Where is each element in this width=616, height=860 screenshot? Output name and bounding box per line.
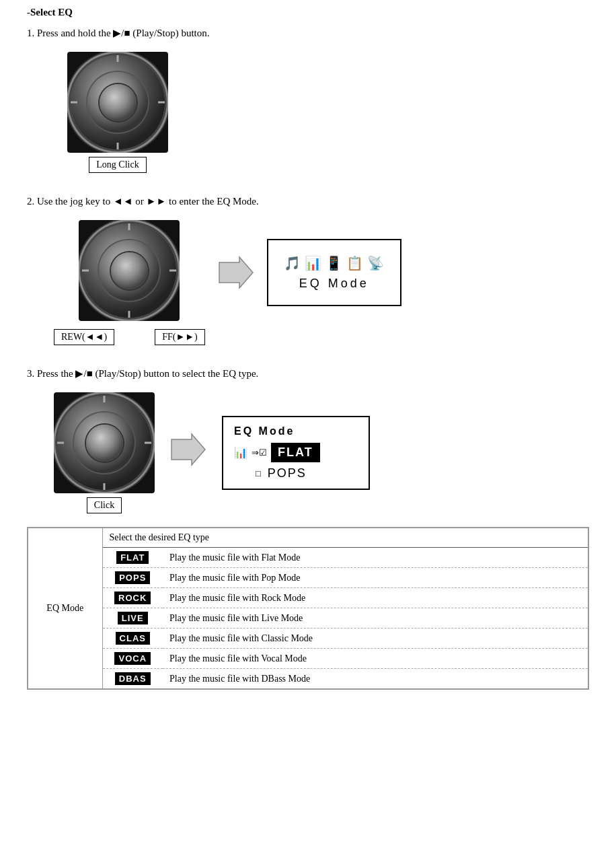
svg-marker-0 (219, 257, 253, 288)
eq-icon-1: 🎵 (284, 255, 301, 271)
step1-label: Long Click (89, 157, 146, 173)
jog-tick-top (117, 55, 119, 62)
step2-eq-icons: 🎵 📊 📱 📋 📡 (284, 255, 384, 271)
table-row: CLASPlay the music file with Classic Mod… (28, 629, 588, 649)
step3-arrow-icon (168, 433, 208, 466)
step2-eq-mode-text: EQ Mode (299, 277, 369, 291)
step2-text: 2. Use the jog key to ◄◄ or ►► to enter … (27, 193, 589, 209)
eq-type-badge: ROCK (114, 592, 151, 604)
step1-jog-container: Long Click (67, 52, 168, 173)
jog-inner-ring (100, 84, 137, 121)
eq-type-badge: LIVE (118, 612, 148, 624)
step3-jog-outer (57, 396, 151, 490)
jog-tick-right (158, 102, 165, 104)
step2-jog-tick-top (128, 223, 130, 230)
step3-jog-tick-right (145, 442, 151, 444)
eq-type-desc: Play the music file with Rock Mode (163, 588, 588, 608)
step3-text: 3. Press the ▶/■ (Play/Stop) button to s… (27, 365, 589, 382)
section-title: -Select EQ (27, 7, 589, 18)
step2-jog-tick-left (82, 270, 89, 272)
step1-jog-image (67, 52, 168, 153)
step3-jog-tick-left (57, 442, 64, 444)
table-row: POPSPlay the music file with Pop Mode (28, 568, 588, 588)
step2-eq-display: 🎵 📊 📱 📋 📡 EQ Mode (267, 239, 401, 306)
step2-jog-inner (111, 252, 148, 289)
step3-pops-row: □ POPS (234, 466, 358, 480)
step2-jog-tick-right (169, 270, 176, 272)
step2-jog-outer (82, 223, 176, 318)
step1-diagram: Long Click (67, 52, 589, 173)
step2-diagram: REW(◄◄) FF(►►) 🎵 📊 📱 📋 📡 EQ Mode (54, 220, 589, 345)
table-row: VOCAPlay the music file with Vocal Mode (28, 649, 588, 669)
eq-type-desc: Play the music file with Pop Mode (163, 568, 588, 588)
bottom-section: EQ ModeSelect the desired EQ typeFLATPla… (27, 527, 589, 690)
step3-label: Click (87, 497, 122, 513)
badge-cell: CLAS (102, 629, 163, 649)
eq-type-desc: Play the music file with Flat Mode (163, 548, 588, 568)
step3-unchecked: □ (256, 468, 261, 479)
table-row: LIVEPlay the music file with Live Mode (28, 608, 588, 629)
step3-jog-image (54, 392, 155, 493)
eq-icon-4: 📋 (346, 255, 363, 271)
step2-labels: REW(◄◄) FF(►►) (54, 325, 205, 345)
page-content: -Select EQ 1. Press and hold the ▶/■ (Pl… (0, 0, 616, 703)
step2-rew-label: REW(◄◄) (54, 329, 114, 345)
step1-text: 1. Press and hold the ▶/■ (Play/Stop) bu… (27, 25, 589, 41)
table-row: DBASPlay the music file with DBass Mode (28, 669, 588, 689)
svg-marker-1 (171, 434, 205, 465)
eq-type-desc: Play the music file with Live Mode (163, 608, 588, 629)
eq-icon-2: 📊 (305, 255, 321, 271)
step3-pops-label: POPS (268, 466, 307, 480)
badge-cell: DBAS (102, 669, 163, 689)
step2-arrow (216, 256, 256, 289)
eq-type-badge: VOCA (114, 652, 151, 665)
badge-cell: ROCK (102, 588, 163, 608)
step3-jog-tick-top (104, 396, 106, 402)
badge-cell: FLAT (102, 548, 163, 568)
step3-checked-arrow: ⇒☑ (252, 447, 267, 458)
arrow-right-icon (216, 256, 256, 289)
eq-type-desc: Play the music file with Vocal Mode (163, 649, 588, 669)
eq-full-table: EQ ModeSelect the desired EQ typeFLATPla… (28, 528, 588, 688)
step3-eq-title: EQ Mode (234, 425, 358, 437)
step3-jog-inner (86, 425, 123, 462)
jog-tick-bottom (117, 143, 119, 149)
eq-mode-side-label: EQ Mode (28, 528, 102, 688)
table-header-cell: Select the desired EQ type (102, 528, 588, 548)
step2-ff-label: FF(►►) (155, 329, 205, 345)
eq-type-desc: Play the music file with DBass Mode (163, 669, 588, 689)
step3-jog-mid (74, 413, 134, 473)
step3-flat-row: 📊 ⇒☑ FLAT (234, 443, 358, 462)
eq-type-badge: DBAS (115, 672, 151, 685)
eq-type-desc: Play the music file with Classic Mode (163, 629, 588, 649)
eq-bar-icon: 📊 (234, 446, 247, 459)
step3-eq-options: 📊 ⇒☑ FLAT □ POPS (234, 443, 358, 480)
eq-type-badge: POPS (115, 571, 150, 584)
badge-cell: VOCA (102, 649, 163, 669)
jog-tick-left (71, 102, 77, 104)
step3-arrow (168, 433, 208, 466)
step3-jog-container: Click (54, 392, 155, 513)
step2-jog-mid (99, 240, 159, 301)
eq-icon-5: 📡 (367, 255, 384, 271)
step3-flat-badge: FLAT (271, 443, 320, 462)
step3-jog-tick-bottom (104, 483, 106, 490)
badge-cell: LIVE (102, 608, 163, 629)
step3-diagram: Click EQ Mode 📊 ⇒☑ FLAT □ POPS (54, 392, 589, 513)
eq-type-badge: FLAT (116, 551, 149, 564)
step2-jog-tick-bottom (128, 311, 130, 318)
eq-icon-3: 📱 (325, 255, 342, 271)
step2-jog-container: REW(◄◄) FF(►►) (54, 220, 205, 345)
table-row: FLATPlay the music file with Flat Mode (28, 548, 588, 568)
jog-outer-ring (71, 55, 165, 149)
jog-mid-ring (87, 72, 148, 133)
step2-jog-image (79, 220, 180, 321)
table-header-row: EQ ModeSelect the desired EQ type (28, 528, 588, 548)
table-row: ROCKPlay the music file with Rock Mode (28, 588, 588, 608)
eq-type-badge: CLAS (116, 632, 150, 645)
badge-cell: POPS (102, 568, 163, 588)
step3-eq-display: EQ Mode 📊 ⇒☑ FLAT □ POPS (222, 416, 370, 490)
